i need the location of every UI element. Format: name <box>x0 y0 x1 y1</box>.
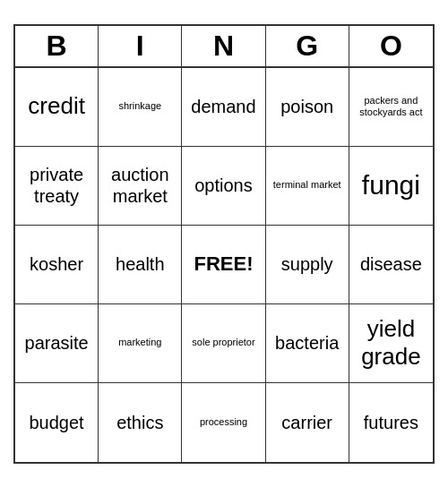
cell-text: private treaty <box>19 164 94 207</box>
cell-text: yield grade <box>353 315 429 371</box>
bingo-cell: bacteria <box>266 304 349 383</box>
header-letter: B <box>15 26 99 66</box>
cell-text: health <box>116 253 165 275</box>
bingo-cell: ethics <box>99 383 182 462</box>
bingo-cell: private treaty <box>15 147 99 226</box>
bingo-cell: budget <box>15 383 99 462</box>
bingo-card: BINGO creditshrinkagedemandpoisonpackers… <box>13 24 435 464</box>
cell-text: ethics <box>116 412 163 433</box>
bingo-cell: parasite <box>15 304 99 383</box>
bingo-cell: options <box>182 147 265 226</box>
cell-text: marketing <box>118 337 161 348</box>
bingo-cell: processing <box>182 383 265 462</box>
cell-text: disease <box>360 253 422 275</box>
cell-text: options <box>194 175 253 196</box>
header-letter: N <box>182 26 265 66</box>
cell-text: sole proprietor <box>192 337 254 348</box>
cell-text: shrinkage <box>118 100 161 112</box>
bingo-cell: terminal market <box>266 147 349 226</box>
bingo-cell: fungi <box>349 147 433 226</box>
bingo-cell: poison <box>266 68 349 147</box>
cell-text: poison <box>280 96 333 117</box>
header-letter: O <box>349 26 433 66</box>
bingo-cell: supply <box>266 226 349 304</box>
bingo-cell: demand <box>182 68 265 147</box>
cell-text: budget <box>30 412 84 433</box>
bingo-cell: futures <box>349 383 433 462</box>
bingo-cell: shrinkage <box>99 68 182 147</box>
bingo-cell: packers and stockyards act <box>349 68 433 147</box>
bingo-cell: FREE! <box>182 226 265 304</box>
cell-text: FREE! <box>194 252 253 276</box>
header-letter: G <box>266 26 349 66</box>
cell-text: futures <box>364 412 418 433</box>
cell-text: carrier <box>281 412 332 433</box>
header-letter: I <box>99 26 182 66</box>
cell-text: supply <box>281 253 333 275</box>
bingo-cell: health <box>99 226 182 304</box>
bingo-cell: auction market <box>99 147 182 226</box>
bingo-cell: sole proprietor <box>182 304 265 383</box>
cell-text: demand <box>191 96 255 117</box>
cell-text: auction market <box>102 164 177 207</box>
bingo-grid: creditshrinkagedemandpoisonpackers and s… <box>15 68 433 462</box>
cell-text: credit <box>28 92 85 120</box>
cell-text: packers and stockyards act <box>353 95 429 118</box>
cell-text: terminal market <box>273 179 341 191</box>
bingo-cell: carrier <box>266 383 349 462</box>
cell-text: bacteria <box>275 332 339 354</box>
cell-text: kosher <box>30 253 83 275</box>
bingo-cell: disease <box>349 226 433 304</box>
cell-text: fungi <box>362 169 420 201</box>
bingo-cell: credit <box>15 68 99 147</box>
bingo-header: BINGO <box>15 26 433 68</box>
cell-text: processing <box>200 416 247 428</box>
bingo-cell: marketing <box>99 304 182 383</box>
cell-text: parasite <box>25 332 89 354</box>
bingo-cell: yield grade <box>349 304 433 383</box>
bingo-cell: kosher <box>15 226 99 304</box>
